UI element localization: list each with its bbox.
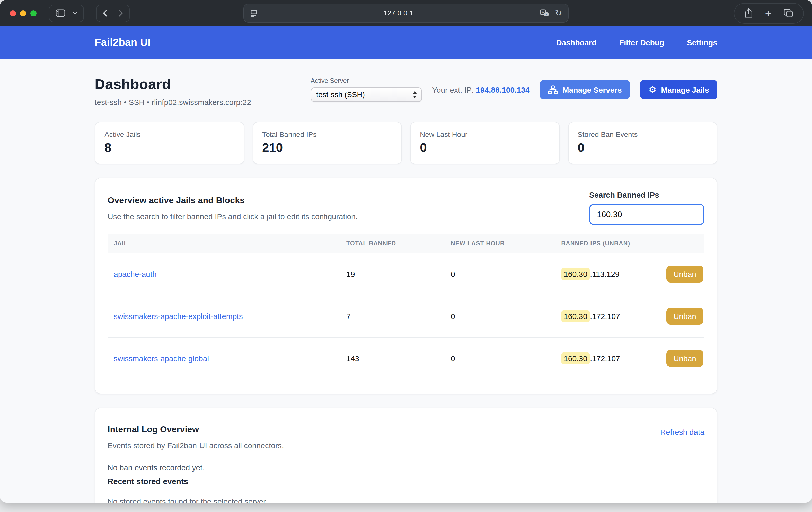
overview-card: Overview active Jails and Blocks Use the… bbox=[95, 177, 717, 394]
address-bar[interactable]: 127.0.0.1 A x ↻ bbox=[243, 4, 569, 23]
new-last-hour-cell: 0 bbox=[451, 337, 561, 379]
address-bar-actions: A x ↻ bbox=[540, 9, 562, 17]
manage-servers-button[interactable]: Manage Servers bbox=[540, 80, 630, 99]
svg-text:A: A bbox=[542, 10, 544, 14]
select-stepper-icon bbox=[412, 91, 417, 98]
url-text: 127.0.0.1 bbox=[257, 9, 540, 17]
no-stored-events-text: No stored events found for the selected … bbox=[108, 497, 704, 503]
jail-link[interactable]: apache-auth bbox=[114, 269, 157, 278]
stat-card-total-banned: Total Banned IPs 210 bbox=[252, 122, 402, 164]
jails-table: JAIL TOTAL BANNED NEW LAST HOUR BANNED I… bbox=[108, 234, 704, 379]
browser-window: 127.0.0.1 A x ↻ bbox=[0, 0, 812, 503]
manage-jails-label: Manage Jails bbox=[661, 85, 709, 94]
zoom-window-button[interactable] bbox=[30, 10, 36, 16]
ip-highlight: 160.30 bbox=[561, 352, 590, 364]
sidebar-toggle-group bbox=[49, 4, 84, 22]
log-title: Internal Log Overview bbox=[108, 425, 284, 435]
divider bbox=[113, 8, 113, 18]
unban-button[interactable]: Unban bbox=[666, 350, 703, 367]
history-nav-group bbox=[96, 4, 130, 22]
stat-value: 8 bbox=[105, 140, 234, 155]
external-ip: Your ext. IP: 194.88.100.134 bbox=[432, 85, 529, 94]
col-header-new-last-hour: NEW LAST HOUR bbox=[451, 234, 561, 253]
sidebar-dropdown-button[interactable] bbox=[70, 11, 79, 15]
translate-icon[interactable]: A x bbox=[540, 9, 549, 17]
active-server-select[interactable]: test-ssh (SSH) bbox=[311, 87, 422, 102]
ip-rest: .172.107 bbox=[590, 354, 620, 363]
banned-ip-cell: 160.30.113.129 Unban bbox=[561, 265, 704, 283]
new-last-hour-cell: 0 bbox=[451, 295, 561, 337]
unban-button[interactable]: Unban bbox=[666, 308, 703, 325]
unban-button[interactable]: Unban bbox=[666, 265, 703, 283]
recent-stored-events-title: Recent stored events bbox=[108, 477, 704, 486]
col-header-total-banned: TOTAL BANNED bbox=[346, 234, 451, 253]
close-window-button[interactable] bbox=[10, 10, 16, 16]
search-banned-ips-input[interactable]: 160.30 bbox=[589, 204, 704, 225]
browser-toolbar: 127.0.0.1 A x ↻ bbox=[0, 0, 812, 26]
overview-subtitle: Use the search to filter banned IPs and … bbox=[108, 212, 358, 221]
reload-icon[interactable]: ↻ bbox=[555, 9, 562, 17]
nav-link-filter-debug[interactable]: Filter Debug bbox=[619, 38, 664, 47]
nav-link-dashboard[interactable]: Dashboard bbox=[556, 38, 597, 47]
share-icon[interactable] bbox=[744, 8, 753, 18]
nav-links: Dashboard Filter Debug Settings bbox=[556, 38, 717, 47]
ip-rest: .172.107 bbox=[590, 312, 620, 320]
table-row: apache-auth 19 0 160.30.113.129 Unban bbox=[108, 253, 704, 295]
forward-button[interactable] bbox=[116, 9, 125, 17]
search-block: Search Banned IPs 160.30 bbox=[589, 190, 704, 225]
jail-link[interactable]: swissmakers-apache-global bbox=[114, 354, 209, 363]
table-row: swissmakers-apache-exploit-attempts 7 0 … bbox=[108, 295, 704, 337]
page-title: Dashboard bbox=[95, 76, 251, 93]
new-last-hour-cell: 0 bbox=[451, 253, 561, 295]
log-subtitle: Events stored by Fail2ban-UI across all … bbox=[108, 441, 284, 450]
back-button[interactable] bbox=[101, 9, 110, 17]
stat-cards: Active Jails 8 Total Banned IPs 210 New … bbox=[95, 122, 717, 164]
stat-label: Stored Ban Events bbox=[578, 130, 707, 138]
sitemap-icon bbox=[548, 85, 558, 94]
active-server-block: Active Server test-ssh (SSH) bbox=[311, 77, 422, 102]
reader-view-icon[interactable] bbox=[250, 9, 257, 17]
internal-log-card: Internal Log Overview Events stored by F… bbox=[95, 407, 717, 503]
text-caret bbox=[622, 209, 624, 219]
overview-title: Overview active Jails and Blocks bbox=[108, 196, 358, 206]
col-header-banned-ips: BANNED IPS (UNBAN) bbox=[561, 234, 704, 253]
traffic-lights bbox=[0, 10, 36, 16]
no-ban-events-text: No ban events recorded yet. bbox=[108, 463, 704, 472]
gear-icon: ⚙ bbox=[649, 85, 657, 94]
new-tab-icon[interactable]: + bbox=[765, 8, 771, 19]
banned-ip-cell: 160.30.172.107 Unban bbox=[561, 350, 704, 367]
stat-card-new-last-hour: New Last Hour 0 bbox=[410, 122, 560, 164]
col-header-jail: JAIL bbox=[108, 234, 346, 253]
screenshot-stage: 127.0.0.1 A x ↻ bbox=[0, 0, 812, 512]
search-label: Search Banned IPs bbox=[589, 190, 704, 199]
page-header: Dashboard test-ssh • SSH • rlinfp02.swis… bbox=[95, 76, 717, 107]
stat-label: Total Banned IPs bbox=[262, 130, 392, 138]
toolbar-right-group: + bbox=[733, 3, 804, 23]
stat-label: Active Jails bbox=[105, 130, 234, 138]
banned-ip-cell: 160.30.172.107 Unban bbox=[561, 308, 704, 325]
jail-link[interactable]: swissmakers-apache-exploit-attempts bbox=[114, 312, 243, 320]
tab-overview-icon[interactable] bbox=[784, 9, 793, 18]
sidebar-toggle-button[interactable] bbox=[54, 9, 67, 17]
ip-highlight: 160.30 bbox=[561, 268, 590, 280]
stat-card-stored-ban-events: Stored Ban Events 0 bbox=[568, 122, 717, 164]
refresh-data-link[interactable]: Refresh data bbox=[660, 428, 704, 436]
ip-highlight: 160.30 bbox=[561, 310, 590, 322]
app-navbar: Fail2ban UI Dashboard Filter Debug Setti… bbox=[0, 26, 812, 59]
active-server-value: test-ssh (SSH) bbox=[316, 91, 412, 99]
total-banned-cell: 143 bbox=[346, 337, 451, 379]
svg-text:x: x bbox=[545, 12, 547, 16]
chevron-left-icon bbox=[103, 9, 108, 17]
total-banned-cell: 19 bbox=[346, 253, 451, 295]
external-ip-link[interactable]: 194.88.100.134 bbox=[476, 85, 530, 94]
minimize-window-button[interactable] bbox=[20, 10, 26, 16]
ip-rest: .113.129 bbox=[590, 269, 619, 278]
nav-link-settings[interactable]: Settings bbox=[687, 38, 717, 47]
stat-label: New Last Hour bbox=[420, 130, 550, 138]
manage-jails-button[interactable]: ⚙ Manage Jails bbox=[640, 80, 717, 99]
chevron-down-icon bbox=[72, 11, 77, 15]
page-subtitle: test-ssh • SSH • rlinfp02.swissmakers.co… bbox=[95, 98, 251, 107]
stat-value: 0 bbox=[578, 140, 707, 155]
sidebar-icon bbox=[56, 9, 65, 17]
table-header-row: JAIL TOTAL BANNED NEW LAST HOUR BANNED I… bbox=[108, 234, 704, 253]
